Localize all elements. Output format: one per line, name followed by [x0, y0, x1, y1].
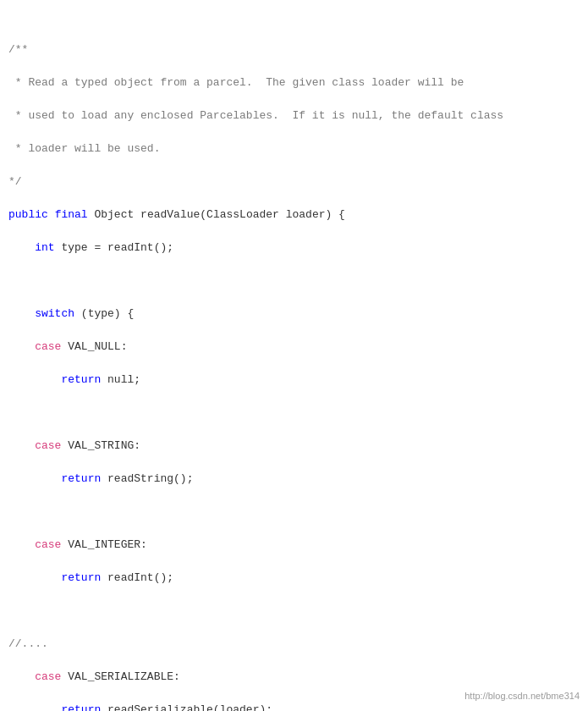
line-19: //.... [0, 636, 588, 653]
keyword-return: return [61, 703, 101, 711]
code-viewer: /** * Read a typed object from a parcel.… [0, 0, 588, 711]
line-9: switch (type) { [0, 306, 588, 322]
comment-text: * loader will be used. [8, 142, 160, 155]
comment-text: /** [8, 43, 28, 56]
line-12 [0, 405, 588, 422]
type-object: Object [94, 208, 134, 221]
keyword-final: final [55, 208, 88, 221]
keyword-switch: switch [35, 307, 74, 320]
keyword-return: return [61, 472, 101, 485]
keyword-return: return [61, 373, 101, 386]
line-6: public final Object readValue(ClassLoade… [0, 207, 588, 223]
case-null: case [35, 340, 61, 353]
line-3: * used to load any enclosed Parcelables.… [0, 107, 588, 124]
comment-text: */ [8, 175, 22, 188]
keyword-public: public [8, 208, 48, 221]
method-readvalue: readValue [140, 208, 200, 221]
line-18 [0, 603, 588, 620]
watermark: http://blog.csdn.net/bme314 [464, 689, 580, 703]
case-serializable: case [35, 670, 61, 683]
line-21: return readSerializable(loader); [0, 702, 588, 711]
line-1: /** [0, 41, 588, 58]
case-string: case [35, 439, 61, 452]
case-integer: case [35, 538, 61, 551]
comment-ellipsis: //.... [8, 637, 55, 650]
line-2: * Read a typed object from a parcel. The… [0, 74, 588, 91]
line-8 [0, 273, 588, 289]
line-16: case VAL_INTEGER: [0, 537, 588, 554]
line-15 [0, 504, 588, 521]
comment-text: * used to load any enclosed Parcelables.… [8, 109, 503, 122]
line-10: case VAL_NULL: [0, 339, 588, 356]
line-7: int type = readInt(); [0, 240, 588, 256]
line-13: case VAL_STRING: [0, 438, 588, 455]
line-20: case VAL_SERIALIZABLE: [0, 669, 588, 686]
line-11: return null; [0, 372, 588, 389]
keyword-return: return [61, 571, 101, 584]
comment-text: * Read a typed object from a parcel. The… [8, 76, 464, 89]
line-4: * loader will be used. [0, 141, 588, 157]
line-17: return readInt(); [0, 570, 588, 587]
line-14: return readString(); [0, 471, 588, 488]
keyword-int: int [35, 241, 54, 254]
line-5: */ [0, 174, 588, 190]
